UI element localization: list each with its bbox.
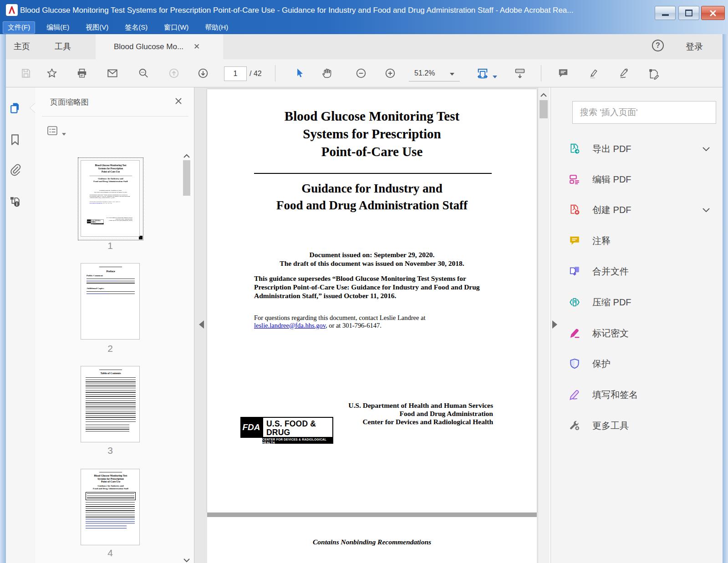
hand-tool-icon[interactable]	[321, 67, 333, 81]
document-scrollbar[interactable]	[538, 87, 550, 563]
thumbnail-4-number: 4	[81, 548, 140, 558]
toolbar-separator	[541, 65, 541, 81]
menu-help[interactable]: 帮助(H)	[200, 21, 233, 34]
zoom-level-value: 51.2%	[414, 69, 435, 77]
page-display-icon[interactable]	[514, 67, 526, 82]
combine-files-icon	[569, 265, 580, 277]
chevron-down-icon	[703, 206, 710, 214]
select-tool-icon[interactable]	[294, 67, 305, 81]
thumbnail-page-2[interactable]: Preface Public Comment Additional Copies	[81, 263, 140, 340]
object-data-icon[interactable]	[8, 195, 22, 208]
tab-home[interactable]: 主页	[14, 41, 30, 52]
maximize-icon	[685, 10, 692, 16]
doc-contact-paragraph: For questions regarding this document, c…	[254, 314, 493, 329]
panel-item-export-pdf[interactable]: 导出 PDF	[561, 136, 716, 162]
minimize-button[interactable]	[655, 6, 676, 20]
protect-icon	[569, 358, 580, 370]
window-frame-left	[0, 34, 6, 563]
thumbnail-page-3[interactable]: Table of Contents	[81, 366, 140, 442]
tab-document[interactable]: Blood Glucose Mo... ✕	[96, 34, 223, 59]
menu-edit[interactable]: 编辑(E)	[41, 21, 74, 34]
close-button[interactable]	[701, 6, 725, 20]
thumbnail-page-1[interactable]: Blood Glucose Monitoring TestSystems for…	[81, 160, 140, 237]
fda-logo-mark: FDA	[240, 417, 262, 438]
find-icon[interactable]	[137, 67, 149, 81]
doc-title: Blood Glucose Monitoring Test Systems fo…	[207, 107, 537, 161]
panel-item-redact[interactable]: 标记密文	[561, 320, 716, 346]
sign-tool-icon[interactable]	[618, 67, 630, 81]
close-tab-icon[interactable]: ✕	[193, 42, 200, 51]
collapse-left-panel-icon[interactable]	[199, 320, 204, 329]
menu-window[interactable]: 窗口(W)	[159, 21, 193, 34]
adobe-reader-app-icon	[6, 4, 18, 16]
print-icon[interactable]	[76, 67, 88, 81]
pdf-page-1[interactable]: Blood Glucose Monitoring Test Systems fo…	[207, 89, 537, 512]
tab-document-label: Blood Glucose Mo...	[114, 42, 183, 51]
zoom-in-icon[interactable]	[384, 67, 396, 81]
window-title: Blood Glucose Monitoring Test Systems fo…	[20, 6, 573, 15]
maximize-button[interactable]	[678, 6, 699, 20]
chevron-down-icon	[450, 69, 454, 77]
panel-item-compress-pdf[interactable]: 压缩 PDF	[561, 289, 716, 315]
tab-tools[interactable]: 工具	[55, 41, 71, 52]
panel-divider	[42, 116, 188, 117]
expand-right-panel-icon[interactable]	[552, 320, 557, 329]
fda-logo-text: U.S. FOOD & DRUG ADMINISTRATION	[262, 417, 333, 438]
comment-icon	[569, 235, 580, 247]
attachments-icon[interactable]	[8, 163, 22, 177]
thumbnail-2-number: 2	[81, 343, 140, 354]
more-tools-icon	[569, 420, 580, 431]
doc-supersedes-paragraph: This guidance supersedes “Blood Glucose …	[254, 274, 493, 300]
fda-logo: FDA U.S. FOOD & DRUG ADMINISTRATION CENT…	[240, 417, 335, 445]
fit-width-icon[interactable]	[476, 67, 489, 82]
thumbnail-page-4[interactable]: Blood Glucose Monitoring TestSystems for…	[81, 469, 140, 545]
panel-item-comment[interactable]: 注释	[561, 228, 716, 254]
menu-file[interactable]: 文件(F)	[3, 21, 35, 34]
panel-item-combine-files[interactable]: 合并文件	[561, 258, 716, 284]
doc-rule	[254, 173, 492, 174]
pdf-page-2[interactable]: Contains Nonbinding Recommendations	[207, 517, 537, 563]
page-total-label: / 42	[249, 70, 262, 78]
page-number-input[interactable]	[224, 66, 247, 81]
highlight-tool-icon[interactable]	[587, 67, 599, 81]
zoom-out-icon[interactable]	[355, 67, 367, 81]
bookmarks-icon[interactable]	[8, 133, 22, 147]
panel-item-create-pdf[interactable]: 创建 PDF	[561, 197, 716, 223]
close-panel-icon[interactable]	[174, 96, 183, 107]
window-frame-right	[723, 34, 728, 563]
star-favorite-icon[interactable]	[46, 67, 58, 81]
thumbnail-1-number: 1	[81, 240, 140, 251]
help-icon[interactable]: ?	[652, 40, 664, 51]
active-panel-notch	[30, 103, 36, 113]
thumbnails-scrollbar-thumb[interactable]	[183, 160, 190, 196]
page-thumbnails-icon[interactable]	[8, 101, 22, 115]
thumbnails-scroll-up-icon[interactable]	[183, 152, 190, 160]
fda-logo-subtitle: CENTER FOR DEVICES & RADIOLOGICAL HEALTH	[262, 438, 333, 444]
document-scrollbar-thumb[interactable]	[540, 100, 548, 118]
export-pdf-icon	[569, 143, 580, 155]
comment-tool-icon[interactable]	[557, 67, 569, 81]
panel-item-more-tools[interactable]: 更多工具	[561, 412, 716, 439]
doc-issued-dates: Document issued on: September 29, 2020. …	[207, 250, 537, 268]
email-icon[interactable]	[107, 67, 118, 81]
menu-sign[interactable]: 签名(S)	[120, 21, 153, 34]
fill-sign-icon	[569, 389, 580, 401]
page2-header: Contains Nonbinding Recommendations	[207, 538, 537, 546]
doc-scroll-up-icon[interactable]	[540, 91, 547, 99]
fit-options-chevron-icon[interactable]	[493, 72, 497, 80]
next-page-icon[interactable]	[197, 67, 209, 81]
request-signatures-icon[interactable]	[647, 67, 660, 82]
panel-item-protect[interactable]: 保护	[561, 350, 716, 377]
previous-page-icon[interactable]	[168, 67, 180, 81]
sign-in-link[interactable]: 登录	[686, 41, 703, 53]
contact-email-link[interactable]: leslie.landree@fda.hhs.gov	[254, 322, 326, 329]
tools-search-input[interactable]	[572, 101, 716, 124]
menu-view[interactable]: 视图(V)	[81, 21, 113, 34]
thumbnail-options-button[interactable]	[47, 126, 60, 138]
title-bar: Blood Glucose Monitoring Test Systems fo…	[0, 0, 728, 34]
zoom-level-select[interactable]: 51.2%	[409, 65, 460, 81]
thumbnails-scroll-down-icon[interactable]	[183, 556, 190, 563]
save-icon[interactable]	[20, 67, 32, 81]
panel-item-edit-pdf[interactable]: 编辑 PDF	[561, 166, 716, 193]
panel-item-fill-sign[interactable]: 填写和签名	[561, 381, 716, 408]
